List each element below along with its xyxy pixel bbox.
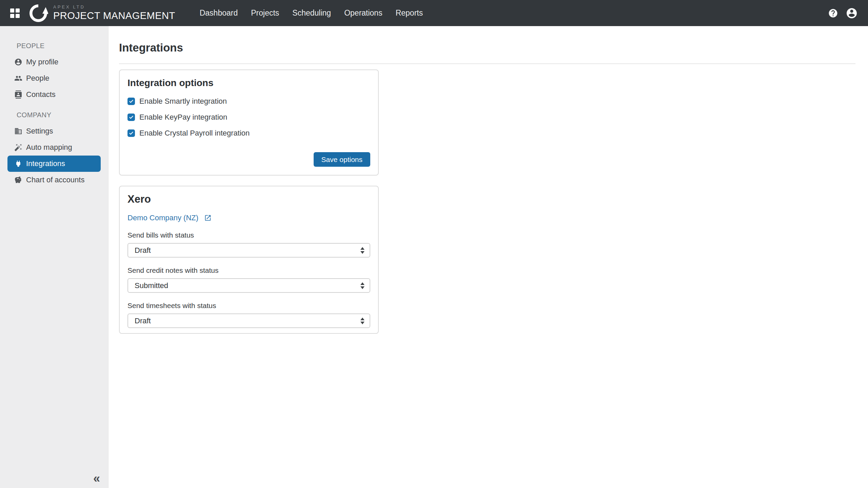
sidebar-item-label: Settings — [26, 127, 53, 136]
external-link-icon — [204, 214, 212, 222]
checkbox-label: Enable Crystal Payroll integration — [139, 129, 250, 138]
topbar: APEX LTD PROJECT MANAGEMENT Dashboard Pr… — [0, 0, 868, 26]
account-avatar-icon[interactable] — [846, 7, 858, 19]
building-icon — [14, 127, 22, 135]
select-value: Submitted — [135, 281, 168, 290]
page-title: Integrations — [119, 26, 855, 54]
checkbox-label: Enable Smartly integration — [139, 97, 227, 106]
sidebar-collapse-button[interactable]: « — [93, 472, 100, 485]
brand-text: APEX LTD PROJECT MANAGEMENT — [53, 5, 175, 21]
send-bills-select[interactable]: Draft — [127, 243, 370, 258]
sidebar-item-label: Contacts — [26, 90, 56, 99]
plug-icon — [14, 160, 22, 168]
nav-reports[interactable]: Reports — [396, 8, 423, 18]
sidebar-item-label: People — [26, 74, 50, 83]
sidebar-item-label: Auto mapping — [26, 143, 72, 152]
select-value: Draft — [135, 246, 151, 255]
sidebar-item-label: My profile — [26, 58, 58, 66]
checkbox-row-smartly: Enable Smartly integration — [127, 93, 370, 109]
sidebar: PEOPLE My profile People Contacts COMPAN… — [0, 26, 108, 488]
nav-dashboard[interactable]: Dashboard — [200, 8, 238, 18]
crystal-payroll-checkbox[interactable] — [127, 129, 135, 137]
topbar-right — [828, 7, 858, 19]
xero-card: Xero Demo Company (NZ) Send bills with s… — [119, 186, 379, 334]
contacts-icon — [14, 90, 22, 99]
checkbox-row-keypay: Enable KeyPay integration — [127, 109, 370, 125]
xero-company-link[interactable]: Demo Company (NZ) — [127, 214, 212, 222]
nav-operations[interactable]: Operations — [344, 8, 382, 18]
smartly-checkbox[interactable] — [127, 98, 135, 105]
send-timesheets-select[interactable]: Draft — [127, 313, 370, 328]
send-credit-notes-label: Send credit notes with status — [127, 266, 370, 274]
card-actions: Save options — [127, 152, 370, 167]
select-spinner-icon — [360, 318, 364, 324]
send-credit-notes-select[interactable]: Submitted — [127, 278, 370, 293]
help-icon[interactable] — [828, 8, 838, 18]
sidebar-item-label: Integrations — [26, 159, 65, 168]
nav-projects[interactable]: Projects — [251, 8, 279, 18]
top-navigation: Dashboard Projects Scheduling Operations… — [200, 8, 423, 18]
sidebar-section-company: COMPANY — [0, 107, 108, 123]
piggy-bank-icon — [14, 176, 22, 184]
sidebar-item-label: Chart of accounts — [26, 176, 84, 184]
sidebar-section-people: PEOPLE — [0, 38, 108, 54]
sidebar-item-my-profile[interactable]: My profile — [7, 54, 101, 70]
integration-options-title: Integration options — [127, 78, 370, 88]
sidebar-item-people[interactable]: People — [7, 70, 101, 86]
sidebar-item-auto-mapping[interactable]: Auto mapping — [7, 139, 101, 156]
checkbox-list: Enable Smartly integration Enable KeyPay… — [127, 93, 370, 141]
people-group-icon — [14, 74, 22, 82]
brand-app-name: PROJECT MANAGEMENT — [53, 11, 175, 21]
save-options-button[interactable]: Save options — [314, 152, 370, 167]
sidebar-item-integrations[interactable]: Integrations — [7, 156, 101, 172]
nav-scheduling[interactable]: Scheduling — [292, 8, 331, 18]
sidebar-item-contacts[interactable]: Contacts — [7, 86, 101, 103]
select-value: Draft — [135, 317, 151, 325]
main-content: Integrations Integration options Enable … — [108, 26, 868, 488]
brand-logo-icon — [28, 3, 48, 23]
xero-title: Xero — [127, 193, 370, 205]
checkbox-row-crystal-payroll: Enable Crystal Payroll integration — [127, 125, 370, 141]
sidebar-item-chart-of-accounts[interactable]: Chart of accounts — [7, 172, 101, 188]
select-spinner-icon — [360, 247, 364, 254]
title-divider — [119, 63, 855, 64]
send-timesheets-label: Send timesheets with status — [127, 302, 370, 310]
apps-grid-icon[interactable] — [10, 8, 20, 18]
select-spinner-icon — [360, 282, 364, 289]
magic-wand-icon — [14, 143, 22, 151]
sidebar-item-settings[interactable]: Settings — [7, 123, 101, 139]
integration-options-card: Integration options Enable Smartly integ… — [119, 69, 379, 176]
brand-company-name: APEX LTD — [53, 5, 175, 9]
checkbox-label: Enable KeyPay integration — [139, 113, 227, 122]
keypay-checkbox[interactable] — [127, 114, 135, 121]
send-bills-label: Send bills with status — [127, 231, 370, 239]
person-circle-icon — [14, 58, 22, 66]
xero-company-link-label: Demo Company (NZ) — [127, 214, 198, 222]
